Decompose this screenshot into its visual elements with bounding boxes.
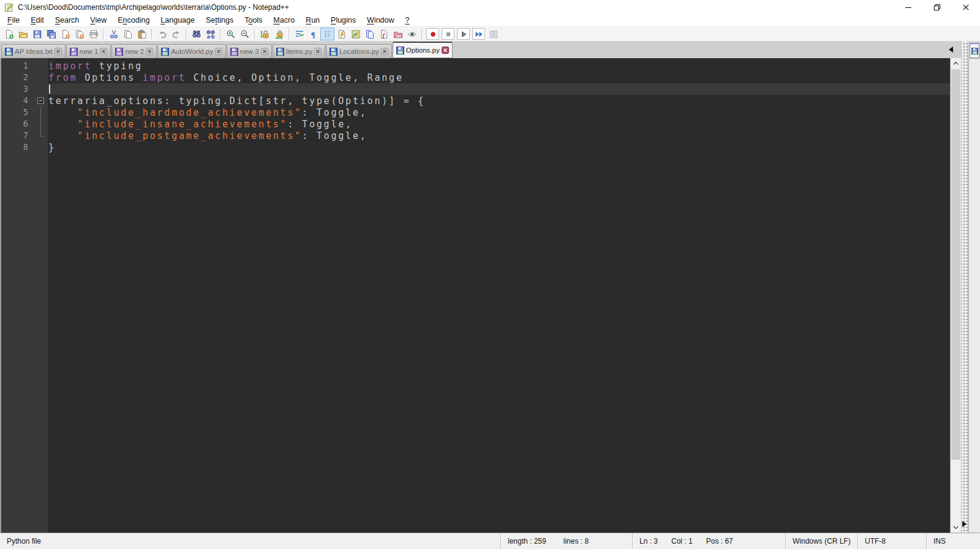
- status-caret-position: Ln : 3 Col : 1 Pos : 67: [632, 533, 785, 549]
- scrollbar-thumb[interactable]: [951, 69, 960, 460]
- document-list-icon[interactable]: [363, 28, 377, 40]
- code-line[interactable]: "include_insane_achievements": Toggle,: [48, 118, 950, 130]
- undo-icon[interactable]: [155, 28, 169, 40]
- line-number: 6: [1, 118, 36, 130]
- splitter-right-arrow-icon[interactable]: [962, 521, 967, 527]
- editor-line-5[interactable]: 5 "include_hardmode_achievements": Toggl…: [1, 107, 950, 118]
- copy-icon[interactable]: [121, 28, 135, 40]
- zoom-out-icon[interactable]: [238, 28, 252, 40]
- restore-button[interactable]: [922, 0, 951, 14]
- tab-locations-py[interactable]: Locations.py: [326, 44, 392, 58]
- second-view-tab[interactable]: [970, 43, 979, 58]
- macro-run-multiple-icon[interactable]: [472, 28, 485, 40]
- sync-horizontal-scroll-icon[interactable]: [272, 28, 286, 40]
- cut-icon[interactable]: [107, 28, 121, 40]
- menu-item-view[interactable]: View: [85, 15, 112, 26]
- macro-record-icon[interactable]: [426, 28, 439, 40]
- code-line[interactable]: "include_hardmode_achievements": Toggle,: [48, 107, 950, 118]
- menu-item-macro[interactable]: Macro: [268, 15, 300, 26]
- print-icon[interactable]: [86, 28, 100, 40]
- tab-close-icon[interactable]: [55, 48, 62, 55]
- menu-item-edit[interactable]: Edit: [25, 15, 50, 26]
- menu-item-search[interactable]: Search: [50, 15, 85, 26]
- tab-close-icon[interactable]: [100, 48, 107, 55]
- tab-close-icon[interactable]: [215, 48, 222, 55]
- menu-item-language[interactable]: Language: [155, 15, 200, 26]
- editor[interactable]: 1import typing2from Options import Choic…: [0, 58, 961, 533]
- folder-as-workspace-icon[interactable]: [391, 28, 405, 40]
- close-all-icon[interactable]: [72, 28, 86, 40]
- close-button[interactable]: [951, 0, 980, 14]
- view-splitter[interactable]: [961, 41, 968, 533]
- code-line[interactable]: }: [48, 141, 950, 153]
- code-line[interactable]: from Options import Choice, Option, Togg…: [48, 72, 950, 83]
- document-map-icon[interactable]: [349, 28, 363, 40]
- word-wrap-icon[interactable]: [292, 28, 306, 40]
- scroll-up-icon[interactable]: [951, 58, 961, 69]
- editor-line-3[interactable]: 3: [1, 83, 950, 95]
- menu-item-help[interactable]: ?: [400, 15, 415, 26]
- menu-item-tools[interactable]: Tools: [239, 15, 268, 26]
- editor-line-2[interactable]: 2from Options import Choice, Option, Tog…: [1, 72, 950, 83]
- code-line[interactable]: terraria_options: typing.Dict[str, type(…: [48, 95, 950, 107]
- macro-playback-icon[interactable]: [457, 28, 470, 40]
- save-all-icon[interactable]: [44, 28, 58, 40]
- show-indent-guide-icon[interactable]: [320, 28, 334, 40]
- tab-items-py[interactable]: Items.py: [273, 44, 325, 58]
- find-icon[interactable]: [189, 28, 203, 40]
- fold-marker-collapse-box[interactable]: [36, 95, 48, 107]
- tab-ap-ideas-txt[interactable]: AP Ideas.txt: [1, 44, 66, 58]
- tab-close-icon[interactable]: [314, 48, 322, 55]
- tab-new-1[interactable]: new 1: [66, 44, 111, 58]
- tab-new-3[interactable]: new 3: [227, 44, 272, 58]
- save-icon[interactable]: [30, 28, 44, 40]
- second-view-scrollbar[interactable]: [968, 58, 980, 533]
- editor-line-7[interactable]: 7 "include_postgame_achievements": Toggl…: [1, 130, 950, 141]
- editor-line-8[interactable]: 8}: [1, 141, 950, 153]
- code-line[interactable]: import typing: [48, 60, 950, 72]
- title-bar[interactable]: C:\Users\Dood\Documents\tmp\Archipelago\…: [0, 0, 980, 14]
- menu-item-encoding[interactable]: Encoding: [112, 15, 155, 26]
- tab-close-icon[interactable]: [381, 48, 388, 55]
- paste-icon[interactable]: [135, 28, 149, 40]
- macro-stop-icon[interactable]: [442, 28, 454, 40]
- tab-close-icon[interactable]: [146, 48, 153, 55]
- minimize-button[interactable]: [894, 0, 922, 14]
- editor-line-6[interactable]: 6 "include_insane_achievements": Toggle,: [1, 118, 950, 130]
- vertical-scrollbar[interactable]: [950, 58, 961, 533]
- redo-icon[interactable]: [169, 28, 183, 40]
- editor-line-1[interactable]: 1import typing: [1, 60, 950, 72]
- macro-save-icon[interactable]: [486, 28, 500, 40]
- new-file-icon[interactable]: [2, 28, 16, 40]
- show-all-characters-icon[interactable]: ¶: [306, 28, 320, 40]
- fold-margin: [36, 141, 48, 153]
- function-list-icon[interactable]: f: [377, 28, 391, 40]
- menu-item-settings[interactable]: Settings: [200, 15, 239, 26]
- status-typing-mode[interactable]: INS: [926, 533, 980, 549]
- tab-new-2[interactable]: new 2: [111, 44, 157, 58]
- tab-close-icon[interactable]: [261, 48, 268, 55]
- menu-item-window[interactable]: Window: [361, 15, 399, 26]
- code-line[interactable]: [48, 83, 950, 95]
- menu-item-run[interactable]: Run: [300, 15, 325, 26]
- replace-icon[interactable]: ab: [203, 28, 217, 40]
- code-area[interactable]: 1import typing2from Options import Choic…: [1, 58, 950, 533]
- status-encoding: UTF-8: [858, 533, 926, 549]
- tab-options-py[interactable]: Options.py: [393, 42, 453, 58]
- code-line[interactable]: "include_postgame_achievements": Toggle,: [48, 130, 950, 141]
- tab-close-icon[interactable]: [442, 47, 449, 54]
- zoom-in-icon[interactable]: [224, 28, 238, 40]
- define-language-icon[interactable]: [334, 28, 349, 40]
- editor-line-4[interactable]: 4terraria_options: typing.Dict[str, type…: [1, 95, 950, 107]
- saved-floppy-icon: [330, 48, 337, 56]
- tab-autoworld-py[interactable]: AutoWorld.py: [157, 44, 226, 58]
- toolbar-separator: [151, 29, 153, 39]
- scroll-down-icon[interactable]: [951, 522, 961, 533]
- open-icon[interactable]: [16, 28, 30, 40]
- menu-item-plugins[interactable]: Plugins: [325, 15, 361, 26]
- monitoring-icon[interactable]: [405, 28, 419, 40]
- sync-vertical-scroll-icon[interactable]: [258, 28, 272, 40]
- tab-scroll-left-icon[interactable]: [949, 47, 953, 53]
- menu-item-file[interactable]: File: [2, 15, 25, 26]
- close-icon[interactable]: [58, 28, 72, 40]
